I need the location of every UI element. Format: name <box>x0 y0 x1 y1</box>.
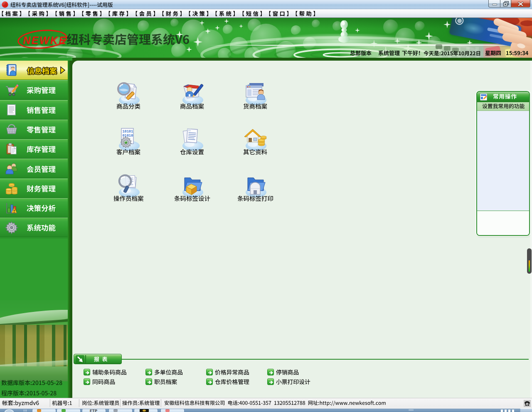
svg-text:10101: 10101 <box>123 130 133 134</box>
